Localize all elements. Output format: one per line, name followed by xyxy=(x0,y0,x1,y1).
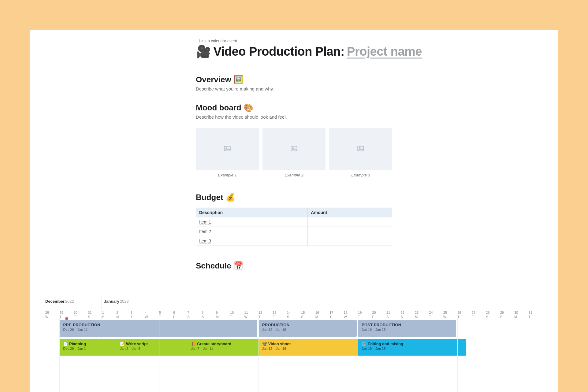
day-header: 30F xyxy=(74,310,88,319)
day-header: 1S xyxy=(102,310,117,319)
grid-line xyxy=(259,318,259,392)
image-placeholder[interactable] xyxy=(262,128,326,170)
day-header: 28W xyxy=(45,310,60,319)
day-header: 6F xyxy=(173,310,188,319)
gantt-area[interactable]: PRE-PRODUCTIONDec 29 – Jan 11PRODUCTIONJ… xyxy=(45,320,543,369)
table-row[interactable]: Item 1 xyxy=(196,217,392,227)
bar-dates: Jan 19 – Jan 25 xyxy=(362,347,463,350)
moodboard-row: Example 1 Example 2 xyxy=(196,128,392,177)
moodboard-caption: Example 1 xyxy=(218,173,236,177)
moodboard-heading: Mood board 🎨 xyxy=(196,103,392,113)
moodboard-placeholder[interactable]: Describe how the video should look and f… xyxy=(196,114,287,120)
day-header: 4W xyxy=(145,310,159,319)
link-calendar-event[interactable]: + Link a calendar event xyxy=(196,39,392,43)
budget-item[interactable]: Item 3 xyxy=(199,239,211,244)
day-header: 25W xyxy=(443,310,458,319)
bar-dates: Jan 12 – Jan 18 xyxy=(262,328,353,331)
schedule-heading: Schedule 📅 xyxy=(196,261,392,271)
budget-amount[interactable] xyxy=(308,217,392,227)
budget-amount[interactable] xyxy=(308,227,392,236)
task-bar[interactable]: 📽️ Video shootJan 12 – Jan 18 xyxy=(259,339,367,356)
day-header: 8S xyxy=(202,310,216,319)
phase-bar[interactable]: PRE-PRODUCTIONDec 29 – Jan 11 xyxy=(59,320,257,337)
bar-dates: Jan 12 – Jan 18 xyxy=(262,347,363,350)
overview-placeholder[interactable]: Describe what you're making and why. xyxy=(196,86,274,92)
overview-heading: Overview 🖼️ xyxy=(196,75,392,84)
page-title-prefix: Video Production Plan: xyxy=(214,45,344,58)
divider xyxy=(45,307,543,307)
day-header: 22S xyxy=(400,310,415,319)
budget-item[interactable]: Item 1 xyxy=(199,220,211,225)
moodboard-cell[interactable]: Example 2 xyxy=(262,128,326,177)
day-header: 21S xyxy=(386,310,401,319)
bar-title: 📽️ Video shoot xyxy=(262,342,363,346)
day-header: 7S xyxy=(188,310,202,319)
bar-dates: Jan 2 – Jan 6 xyxy=(120,347,192,350)
day-header-row: 28W29T30F31S1S2M3T4W5T6F7S8S9M10T11W12T1… xyxy=(45,310,543,319)
table-row[interactable]: Item 3 xyxy=(196,236,392,246)
grid-line xyxy=(59,318,60,392)
page-title: 🎥 Video Production Plan: Project name xyxy=(196,44,392,59)
day-header: 10T xyxy=(230,310,245,319)
image-placeholder[interactable] xyxy=(329,128,392,170)
phase-bar[interactable]: PRODUCTIONJan 12 – Jan 18 xyxy=(259,320,357,337)
image-icon xyxy=(357,145,365,153)
phase-bar[interactable]: POST-PRODUCTIONJan 19 – Jan 25 xyxy=(358,320,456,337)
day-header: 20F xyxy=(372,310,387,319)
task-bar[interactable]: 📄 PlanningDec 29 – Jan 1 xyxy=(59,339,125,356)
day-header: 16M xyxy=(315,310,330,319)
divider xyxy=(196,65,392,65)
budget-col-description: Description xyxy=(196,208,308,217)
task-bar[interactable]: 📝 Write scriptJan 2 – Jan 6 xyxy=(116,339,196,356)
day-header: 19T xyxy=(358,310,373,319)
day-header: 27F xyxy=(472,310,486,319)
bar-title: 📝 Write script xyxy=(120,342,192,346)
budget-amount[interactable] xyxy=(308,236,392,246)
month-label: January2023 xyxy=(104,299,129,304)
image-placeholder[interactable] xyxy=(196,128,259,170)
day-header: 24T xyxy=(429,310,444,319)
day-header: 30M xyxy=(514,310,529,319)
month-labels: December2022January2023 xyxy=(45,299,543,305)
budget-col-amount: Amount xyxy=(308,208,392,217)
day-header: 9M xyxy=(216,310,230,319)
day-header: 18W xyxy=(344,310,359,319)
moodboard-cell[interactable]: Example 1 xyxy=(196,128,259,177)
day-header: 29S xyxy=(500,310,515,319)
task-bar[interactable]: 🎚️ Editing and mixingJan 19 – Jan 25 xyxy=(358,339,466,356)
day-header: 2M xyxy=(116,310,131,319)
day-header: 28S xyxy=(486,310,501,319)
day-header: 23M xyxy=(415,310,430,319)
bar-title: PRE-PRODUCTION xyxy=(63,323,253,327)
document-page: + Link a calendar event 🎥 Video Producti… xyxy=(30,30,558,392)
day-header: 5T xyxy=(159,310,174,319)
grid-line xyxy=(457,318,458,392)
bar-title: POST-PRODUCTION xyxy=(362,323,452,327)
table-row[interactable]: Item 2 xyxy=(196,227,392,236)
day-header: 17T xyxy=(329,310,344,319)
bar-dates: Dec 29 – Jan 1 xyxy=(63,347,121,350)
month-label: December2022 xyxy=(45,299,74,304)
moodboard-caption: Example 2 xyxy=(285,173,303,177)
day-header: 3T xyxy=(131,310,145,319)
moodboard-cell[interactable]: Example 3 xyxy=(329,128,392,177)
bar-title: PRODUCTION xyxy=(262,323,353,327)
bar-dates: Jan 19 – Jan 25 xyxy=(362,328,452,331)
budget-item[interactable]: Item 2 xyxy=(199,229,211,234)
today-marker xyxy=(65,317,68,320)
bar-dates: Dec 29 – Jan 11 xyxy=(63,328,253,331)
bar-dates: Jan 7 – Jan 11 xyxy=(191,347,264,350)
schedule-timeline[interactable]: December2022January2023 28W29T30F31S1S2M… xyxy=(45,299,543,369)
grid-line xyxy=(358,318,358,392)
task-bar[interactable]: 📙 Create storyboardJan 7 – Jan 11 xyxy=(188,339,267,356)
moodboard-caption: Example 3 xyxy=(351,173,370,177)
image-icon xyxy=(290,145,298,153)
day-header: 31S xyxy=(88,310,102,319)
day-header: 11W xyxy=(244,310,259,319)
bar-title: 📙 Create storyboard xyxy=(191,342,264,346)
project-name-placeholder[interactable]: Project name xyxy=(347,45,422,58)
budget-heading: Budget 💰 xyxy=(196,193,392,202)
day-header: 12T xyxy=(259,310,273,319)
day-header: 15S xyxy=(301,310,316,319)
bar-title: 🎚️ Editing and mixing xyxy=(362,342,463,346)
